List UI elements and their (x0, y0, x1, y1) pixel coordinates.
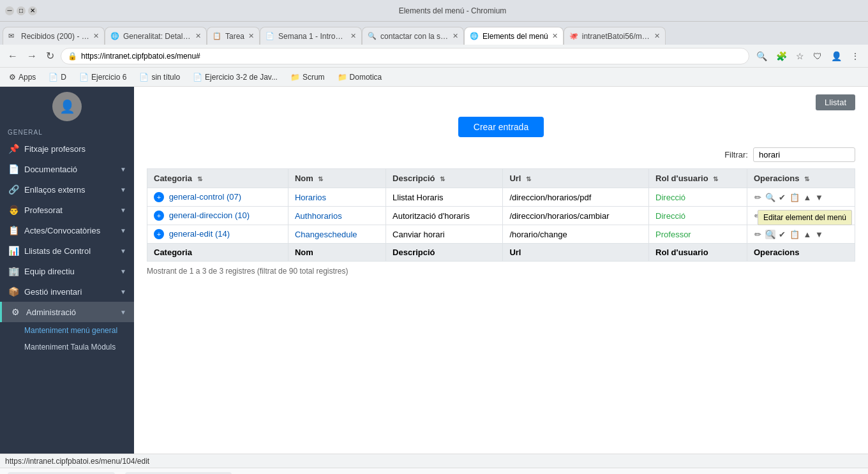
col-descripcio[interactable]: Descripció ⇅ (386, 169, 503, 188)
col-url[interactable]: Url ⇅ (503, 169, 649, 188)
row2-rol-link[interactable]: Direcció (655, 211, 685, 221)
tab-2[interactable]: 🌐 Generalitat: Detalle... ✕ (105, 27, 207, 45)
sidebar-sub-manteniment-menu[interactable]: Manteniment menú general (0, 322, 134, 339)
row1-nom-link[interactable]: Horarios (295, 193, 326, 202)
address-bar: 🔒 (61, 48, 749, 64)
menu-btn[interactable]: ⋮ (848, 49, 863, 63)
row2-nom-link[interactable]: Authhorarios (295, 211, 342, 221)
row1-rol-link[interactable]: Direcció (655, 193, 685, 202)
sidebar-item-fixaje[interactable]: 📌 Fitxaje profesors (0, 138, 134, 159)
row1-categoria-link[interactable]: general-control (07) (169, 192, 241, 202)
tab-2-close[interactable]: ✕ (195, 32, 201, 40)
bookmark-domotica[interactable]: 📁 Domotica (334, 71, 386, 83)
sidebar-item-actes[interactable]: 📋 Actes/Convocatòries ▼ (0, 220, 134, 241)
bookmark-scrum[interactable]: 📁 Scrum (287, 71, 329, 83)
sidebar-item-enllacos[interactable]: 🔗 Enllaços externs ▼ (0, 179, 134, 200)
row3-copy-icon[interactable]: 📋 (789, 230, 800, 239)
sidebar-item-equip[interactable]: 🏢 Equip directiu ▼ (0, 261, 134, 281)
col-nom[interactable]: Nom ⇅ (288, 169, 385, 188)
row1-view-icon[interactable]: 🔍 (765, 193, 775, 202)
bookmark-d[interactable]: 📄 D (45, 71, 70, 83)
tab-7[interactable]: 🐙 intranetBatoi56/ma... ✕ (564, 27, 666, 45)
maximize-button[interactable]: □ (17, 6, 26, 15)
sidebar-item-gestio[interactable]: 📦 Gestió inventari ▼ (0, 281, 134, 302)
row3-edit-icon[interactable]: ✏ (754, 230, 761, 239)
close-button[interactable]: ✕ (28, 6, 37, 15)
download-item-2[interactable]: 📦 borrador_proye....rar ▲ (125, 472, 232, 475)
row2-down-icon[interactable]: ▼ (815, 211, 823, 221)
row1-url: /direccion/horarios/pdf (503, 188, 649, 207)
row2-view-icon[interactable]: 🔍 (765, 211, 775, 221)
row3-nom-link[interactable]: Changeschedule (295, 230, 357, 239)
row1-up-icon[interactable]: ▲ (803, 193, 811, 202)
bookmark-ejercicio32[interactable]: 📄 Ejercicio 3-2 de Jav... (189, 71, 281, 83)
tab-7-close[interactable]: ✕ (654, 32, 660, 40)
row2-plus-icon[interactable]: + (154, 211, 164, 221)
filter-input[interactable] (753, 147, 855, 162)
col-operacions: Operacions ⇅ (747, 169, 855, 188)
tab-4[interactable]: 📄 Semana 1 - Introdu... ✕ (260, 27, 362, 45)
window-controls: ─ □ ✕ (5, 6, 37, 15)
tab-6-close[interactable]: ✕ (552, 32, 558, 40)
bookmark-sin-titulo[interactable]: 📄 sin título (135, 71, 184, 83)
sidebar-item-profesorat[interactable]: 👨 Profesorat ▼ (0, 200, 134, 220)
sidebar-item-llista[interactable]: 📊 Llistats de Control ▼ (0, 241, 134, 261)
download-item-1[interactable]: 📦 ejemplo-seman....zip ▲ (8, 472, 115, 475)
tab-7-label: intranetBatoi56/ma... (582, 32, 650, 41)
row1-copy-icon[interactable]: 📋 (789, 193, 800, 202)
bookmark-ejercicio6[interactable]: 📄 Ejercicio 6 (75, 71, 130, 83)
reload-button[interactable]: ↻ (43, 47, 57, 64)
tab-1-close[interactable]: ✕ (93, 32, 99, 40)
llistat-button[interactable]: Llistat (816, 94, 855, 110)
row1-edit-icon[interactable]: ✏ (754, 193, 761, 202)
tab-5[interactable]: 🔍 contactar con la se... ✕ (362, 27, 464, 45)
row3-down-icon[interactable]: ▼ (815, 230, 823, 239)
llista-icon: 📊 (8, 246, 19, 256)
row3-up-icon[interactable]: ▲ (803, 230, 811, 239)
row2-copy-icon[interactable]: 📋 (789, 211, 800, 221)
footer-descripcio: Descripció (386, 244, 503, 262)
actes-icon: 📋 (8, 225, 19, 235)
search-icon-btn[interactable]: 🔍 (753, 49, 770, 63)
row2-up-icon[interactable]: ▲ (803, 211, 811, 221)
enllacos-arrow: ▼ (120, 186, 126, 193)
tab-1[interactable]: ✉ Recibidos (200) - js... ✕ (3, 27, 105, 45)
url-input[interactable] (81, 52, 742, 61)
bookmark-ej32-label: Ejercicio 3-2 de Jav... (205, 73, 278, 82)
row2-check-icon[interactable]: ✔ (779, 211, 786, 221)
bookmark-apps[interactable]: ⚙ Apps (5, 71, 40, 83)
sidebar-item-documentacio[interactable]: 📄 Documentació ▼ (0, 159, 134, 179)
star-icon-btn[interactable]: ☆ (793, 49, 807, 63)
row3-rol-link[interactable]: Professor (655, 230, 691, 239)
tab-2-favicon: 🌐 (110, 32, 119, 41)
row1-descripcio-text: Llistat Horaris (393, 193, 443, 202)
profile-icon-btn[interactable]: 👤 (828, 49, 845, 63)
forward-button[interactable]: → (24, 48, 40, 64)
shield-icon-btn[interactable]: 🛡 (810, 49, 825, 63)
tab-3-close[interactable]: ✕ (248, 32, 254, 40)
row2-categoria-link[interactable]: general-direccion (10) (169, 211, 250, 220)
tab-4-close[interactable]: ✕ (350, 32, 356, 40)
tab-6[interactable]: 🌐 Elements del menú ✕ (464, 27, 564, 45)
toolbar-icons: 🔍 🧩 ☆ 🛡 👤 ⋮ (753, 49, 863, 63)
tab-6-favicon: 🌐 (470, 32, 479, 41)
sidebar-item-administracio[interactable]: ⚙ Administració ▼ (0, 302, 134, 322)
row1-plus-icon[interactable]: + (154, 192, 164, 202)
filter-label: Filtrar: (724, 150, 748, 159)
minimize-button[interactable]: ─ (5, 6, 14, 15)
row1-check-icon[interactable]: ✔ (779, 193, 786, 202)
sidebar-sub-manteniment-taula[interactable]: Manteniment Taula Mòduls (0, 339, 134, 355)
row3-check-icon[interactable]: ✔ (779, 230, 786, 239)
tab-3[interactable]: 📋 Tarea ✕ (207, 27, 260, 45)
col-rol[interactable]: Rol d'usuario ⇅ (649, 169, 747, 188)
col-categoria[interactable]: Categoria ⇅ (147, 169, 288, 188)
row3-categoria-link[interactable]: general-edit (14) (169, 229, 230, 239)
extensions-btn[interactable]: 🧩 (773, 49, 790, 63)
row3-plus-icon[interactable]: + (154, 229, 164, 239)
row2-edit-icon[interactable]: ✏ (754, 211, 761, 221)
crear-entrada-button[interactable]: Crear entrada (458, 117, 544, 137)
back-button[interactable]: ← (5, 48, 20, 64)
row1-down-icon[interactable]: ▼ (815, 193, 823, 202)
tab-5-close[interactable]: ✕ (453, 32, 458, 40)
row3-view-icon[interactable]: 🔍 (765, 230, 775, 239)
